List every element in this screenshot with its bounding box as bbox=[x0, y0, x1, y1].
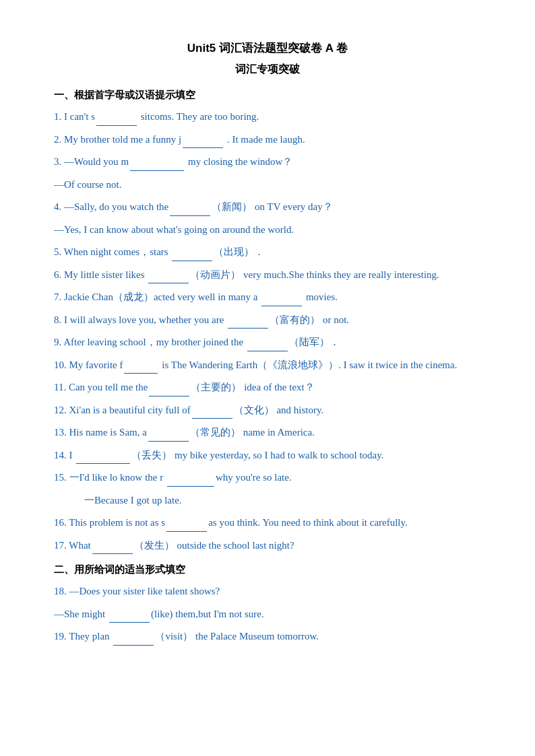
question-19: 19. They plan （visit） the Palace Museum … bbox=[54, 628, 481, 646]
q4b-text: —Yes, I can know about what's going on a… bbox=[54, 224, 294, 235]
q12-chinese: （文化） bbox=[234, 405, 274, 415]
section1-title: 一、根据首字母或汉语提示填空 bbox=[54, 89, 481, 102]
q17-text-before: 17. What bbox=[54, 540, 91, 551]
q14-text-before: 14. I bbox=[54, 450, 75, 460]
q15b-text: 一Because I got up late. bbox=[84, 495, 182, 506]
question-13: 13. His name is Sam, a（常见的） name in Amer… bbox=[54, 424, 481, 442]
q1-blank[interactable] bbox=[96, 115, 137, 126]
q16-text-before: 16. This problem is not as s bbox=[54, 517, 165, 528]
q12-text-after: and history. bbox=[274, 405, 324, 415]
q9-text-after: ． bbox=[329, 337, 340, 347]
question-14: 14. I （丢失） my bike yesterday, so I had t… bbox=[54, 447, 481, 465]
q4-blank[interactable] bbox=[170, 205, 210, 216]
question-4b: —Yes, I can know about what's going on a… bbox=[54, 221, 481, 239]
question-12: 12. Xi'an is a beautiful city full of（文化… bbox=[54, 402, 481, 419]
q6-chinese: （动画片） bbox=[190, 269, 241, 280]
page-container: Unit5 词汇语法题型突破卷 A 卷 词汇专项突破 一、根据首字母或汉语提示填… bbox=[54, 40, 481, 646]
q14-chinese: （丢失） bbox=[131, 450, 172, 460]
q13-blank[interactable] bbox=[148, 431, 189, 442]
q6-text-after: very much.She thinks they are really int… bbox=[241, 269, 439, 280]
q5-chinese: （出现） bbox=[214, 246, 254, 257]
q1-text-after: sitcoms. They are too boring. bbox=[138, 111, 259, 122]
q4-chinese: （新闻） bbox=[212, 201, 252, 212]
q7-text-before: 7. Jackie Chan（成龙）acted very well in man… bbox=[54, 291, 260, 302]
question-10: 10. My favorite f is The Wandering Earth… bbox=[54, 357, 481, 374]
q6-blank[interactable] bbox=[148, 273, 189, 283]
question-9: 9. After leaving school，my brother joine… bbox=[54, 334, 481, 351]
q9-blank[interactable] bbox=[247, 341, 288, 351]
q15-text-before: 15. 一I'd like lo know the r bbox=[54, 472, 166, 483]
q18b-text-after: them,but I'm not sure. bbox=[173, 609, 264, 619]
q8-text-before: 8. I will always love you, whether you a… bbox=[54, 314, 226, 325]
q13-text-before: 13. His name is Sam, a bbox=[54, 427, 147, 438]
q15-blank[interactable] bbox=[167, 476, 214, 487]
q8-blank[interactable] bbox=[228, 318, 268, 329]
question-18: 18. —Does your sister like talent shows? bbox=[54, 583, 481, 600]
section2-title: 二、用所给词的适当形式填空 bbox=[54, 563, 481, 576]
question-6: 6. My little sister likes （动画片） very muc… bbox=[54, 267, 481, 284]
q10-text-after: is The Wandering Earth（《流浪地球》）. I saw it… bbox=[159, 359, 457, 370]
question-18b: —She might (like) them,but I'm not sure. bbox=[54, 606, 481, 623]
q5-text-after: ． bbox=[254, 246, 264, 257]
question-3: 3. —Would you m my closing the window？ bbox=[54, 153, 481, 171]
q18-text: 18. —Does your sister like talent shows? bbox=[54, 586, 220, 596]
q18b-text-before: —She might bbox=[54, 609, 108, 619]
q15-text-after: why you're so late. bbox=[216, 472, 292, 483]
q9-chinese: （陆军） bbox=[289, 337, 329, 347]
q5-blank[interactable] bbox=[172, 250, 212, 261]
question-17: 17. What（发生） outside the school last nig… bbox=[54, 537, 481, 555]
sub-title: 词汇专项突破 bbox=[54, 63, 481, 77]
question-7: 7. Jackie Chan（成龙）acted very well in man… bbox=[54, 289, 481, 306]
q3-blank[interactable] bbox=[130, 160, 184, 171]
q11-blank[interactable] bbox=[149, 386, 189, 397]
q16-text-after: as you think. You need to think about it… bbox=[208, 517, 408, 528]
q6-text-before: 6. My little sister likes bbox=[54, 269, 147, 280]
question-15: 15. 一I'd like lo know the r why you're s… bbox=[54, 469, 481, 487]
question-3b: —Of course not. bbox=[54, 176, 481, 194]
q17-blank[interactable] bbox=[92, 543, 133, 554]
q2-text-after: . It made me laugh. bbox=[224, 134, 305, 145]
question-15b: 一Because I got up late. bbox=[54, 492, 481, 510]
question-1: 1. I can't s sitcoms. They are too borin… bbox=[54, 108, 481, 126]
q8-text-after: or not. bbox=[320, 314, 349, 325]
q18b-like: (like) bbox=[151, 609, 172, 619]
q19-chinese: （visit） bbox=[155, 631, 193, 642]
question-16: 16. This problem is not as sas you think… bbox=[54, 514, 481, 532]
q11-chinese: （主要的） bbox=[191, 382, 241, 392]
q7-blank[interactable] bbox=[261, 296, 302, 306]
q7-text-after: movies. bbox=[303, 291, 338, 302]
q14-blank[interactable] bbox=[76, 453, 130, 464]
q12-text-before: 12. Xi'an is a beautiful city full of bbox=[54, 405, 191, 415]
q3b-text: —Of course not. bbox=[54, 179, 121, 190]
q13-chinese: （常见的） bbox=[190, 427, 241, 438]
q14-text-after: my bike yesterday, so I had to walk to s… bbox=[172, 450, 383, 460]
q5-text-before: 5. When night comes，stars bbox=[54, 246, 170, 257]
q19-text-before: 19. They plan bbox=[54, 631, 112, 642]
q12-blank[interactable] bbox=[192, 408, 232, 419]
question-4: 4. —Sally, do you watch the（新闻） on TV ev… bbox=[54, 199, 481, 216]
question-11: 11. Can you tell me the（主要的） idea of the… bbox=[54, 379, 481, 397]
q10-text-before: 10. My favorite f bbox=[54, 359, 123, 370]
q13-text-after: name in America. bbox=[241, 427, 315, 438]
main-title: Unit5 词汇语法题型突破卷 A 卷 bbox=[54, 40, 481, 56]
q17-text-after: outside the school last night? bbox=[175, 540, 294, 551]
q11-text-before: 11. Can you tell me the bbox=[54, 382, 148, 392]
q19-blank[interactable] bbox=[113, 635, 154, 646]
question-2: 2. My brother told me a funny j . It mad… bbox=[54, 131, 481, 149]
q17-chinese: （发生） bbox=[134, 540, 175, 551]
q9-text-before: 9. After leaving school，my brother joine… bbox=[54, 337, 246, 347]
q16-blank[interactable] bbox=[166, 521, 207, 532]
q18b-blank[interactable] bbox=[109, 612, 150, 623]
q1-text-before: 1. I can't s bbox=[54, 111, 95, 122]
q3-text-before: 3. —Would you m bbox=[54, 156, 129, 167]
q11-text-after: idea of the text？ bbox=[241, 382, 314, 392]
q4-text-before: 4. —Sally, do you watch the bbox=[54, 201, 168, 212]
q19-text-after: the Palace Museum tomorrow. bbox=[193, 631, 319, 642]
q10-blank[interactable] bbox=[124, 363, 158, 374]
q8-chinese: （富有的） bbox=[270, 314, 320, 325]
q3-text-after: my closing the window？ bbox=[185, 156, 292, 167]
q4-text-after: on TV every day？ bbox=[252, 201, 332, 212]
q2-text-before: 2. My brother told me a funny j bbox=[54, 134, 181, 145]
question-8: 8. I will always love you, whether you a… bbox=[54, 312, 481, 329]
q2-blank[interactable] bbox=[183, 137, 223, 148]
